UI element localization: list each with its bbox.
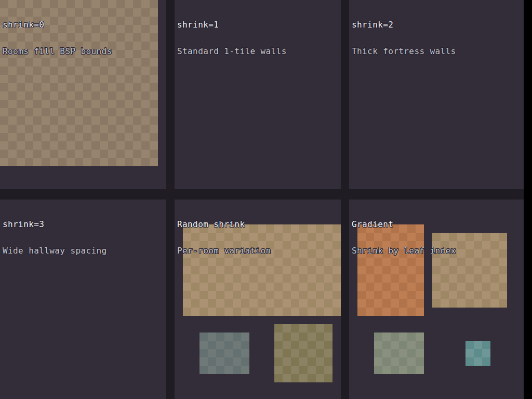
panel-subtitle: Thick fortress walls bbox=[352, 47, 456, 56]
panel-title: shrink=1 bbox=[177, 20, 287, 29]
panel-title: shrink=2 bbox=[352, 20, 456, 29]
panel-random-shrink: Random shrink Per-room variation bbox=[175, 200, 341, 399]
panel-gradient: Gradient Shrink by leaf index bbox=[349, 200, 524, 399]
panel-title: Gradient bbox=[352, 220, 456, 229]
panel-shrink-3: shrink=3 Wide hallway spacing bbox=[0, 200, 166, 399]
room-rect bbox=[274, 324, 332, 382]
panel-shrink-0: shrink=0 Rooms fill BSP bounds bbox=[0, 0, 166, 189]
panel-shrink-1: shrink=1 Standard 1-tile walls bbox=[175, 0, 341, 189]
panel-header: shrink=3 Wide hallway spacing bbox=[3, 202, 107, 273]
panel-header: shrink=0 Rooms fill BSP bounds bbox=[3, 3, 112, 73]
panel-subtitle: Wide hallway spacing bbox=[3, 246, 107, 255]
panel-subtitle: Shrink by leaf index bbox=[352, 246, 456, 255]
bsp-demo-canvas: shrink=0 Rooms fill BSP bounds shrink=1 … bbox=[0, 0, 524, 399]
unpainted-window-strip bbox=[524, 0, 532, 399]
panel-header: shrink=1 Standard 1-tile walls bbox=[177, 3, 287, 73]
panel-title: shrink=3 bbox=[3, 220, 107, 229]
panel-title: shrink=0 bbox=[3, 20, 112, 29]
panel-header: Random shrink Per-room variation bbox=[177, 202, 271, 273]
panel-title: Random shrink bbox=[177, 220, 271, 229]
panel-header: shrink=2 Thick fortress walls bbox=[352, 3, 456, 73]
room-rect bbox=[200, 332, 249, 374]
panel-subtitle: Standard 1-tile walls bbox=[177, 47, 287, 56]
panel-subtitle: Per-room variation bbox=[177, 246, 271, 255]
panel-header: Gradient Shrink by leaf index bbox=[352, 202, 456, 273]
panel-subtitle: Rooms fill BSP bounds bbox=[3, 47, 112, 56]
panel-shrink-2: shrink=2 Thick fortress walls bbox=[349, 0, 524, 189]
room-rect bbox=[374, 332, 424, 374]
room-rect bbox=[466, 341, 490, 366]
